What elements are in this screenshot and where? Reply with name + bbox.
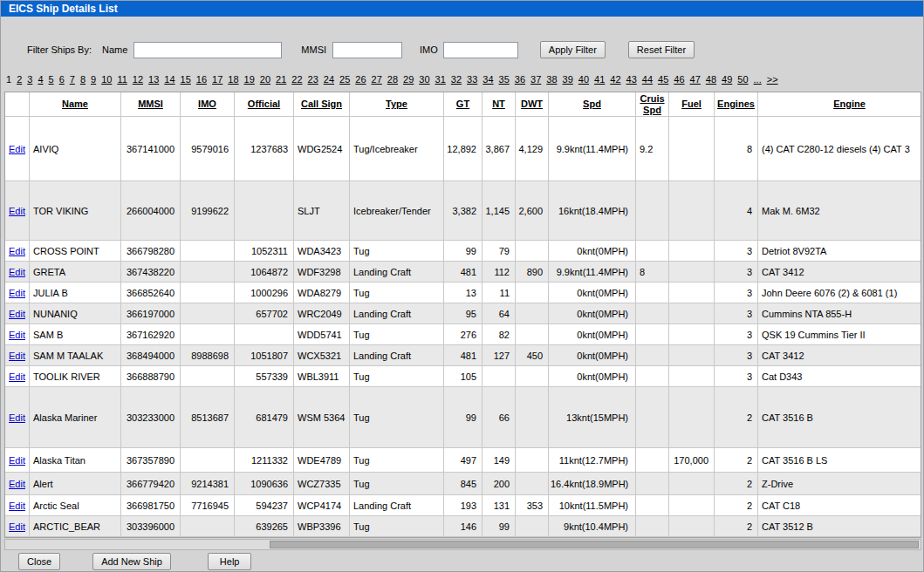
edit-link[interactable]: Edit	[9, 309, 25, 319]
edit-link[interactable]: Edit	[9, 500, 25, 511]
pagination-page-link[interactable]: 3	[27, 74, 32, 85]
cell-dwt	[516, 473, 549, 495]
cell-mmsi: 367438220	[121, 262, 181, 283]
pagination-page-link[interactable]: 39	[563, 74, 573, 85]
pagination-page-link[interactable]: 8	[80, 74, 86, 85]
pagination-page-link[interactable]: 35	[499, 74, 510, 85]
help-button[interactable]: Help	[208, 553, 252, 570]
pagination-page-link[interactable]: 18	[228, 74, 238, 85]
sort-link-engines[interactable]: Engines	[717, 99, 755, 109]
close-button[interactable]: Close	[18, 553, 60, 570]
reset-filter-button[interactable]: Reset Filter	[628, 41, 695, 58]
pagination-page-link[interactable]: 23	[308, 74, 318, 85]
pagination-page-link[interactable]: 40	[578, 74, 589, 85]
sort-link-spd[interactable]: Spd	[583, 99, 601, 109]
imo-filter-input[interactable]	[443, 42, 518, 58]
edit-link[interactable]: Edit	[9, 267, 25, 277]
add-new-ship-button[interactable]: Add New Ship	[92, 553, 171, 570]
name-filter-input[interactable]	[133, 42, 282, 58]
sort-link-dwt[interactable]: DWT	[521, 99, 543, 109]
scrollbar-thumb[interactable]	[270, 541, 919, 548]
pagination-page-link[interactable]: 30	[419, 74, 429, 85]
pagination-page-link[interactable]: 25	[339, 74, 350, 85]
pagination-page-link[interactable]: 22	[291, 74, 302, 85]
sort-link-nt[interactable]: NT	[492, 99, 505, 109]
pagination-page-link[interactable]: 10	[101, 74, 112, 85]
sort-link-cruis_spd[interactable]: Cruis Spd	[640, 93, 664, 115]
pagination-page-link[interactable]: 50	[737, 74, 748, 85]
edit-link[interactable]: Edit	[9, 144, 25, 154]
apply-filter-button[interactable]: Apply Filter	[540, 41, 606, 58]
sort-link-gt[interactable]: GT	[456, 99, 469, 109]
pagination-page-link[interactable]: 5	[49, 74, 54, 85]
pagination-page-link[interactable]: 16	[196, 74, 207, 85]
sort-link-mmsi[interactable]: MMSI	[138, 99, 163, 109]
edit-link[interactable]: Edit	[9, 351, 25, 361]
pagination-ellipsis-link[interactable]: ...	[754, 74, 762, 85]
cell-call_sign: WCP4174	[294, 495, 350, 516]
pagination-page-link[interactable]: 21	[276, 74, 286, 85]
pagination-page-link[interactable]: 29	[403, 74, 414, 85]
pagination-page-link[interactable]: 45	[658, 74, 668, 85]
pagination-page-link[interactable]: 43	[626, 74, 637, 85]
pagination-page-link[interactable]: 33	[467, 74, 477, 85]
horizontal-scrollbar[interactable]	[4, 539, 921, 550]
pagination-page-link[interactable]: 26	[355, 74, 366, 85]
cell-type: Tug	[350, 387, 444, 448]
pagination-page-link[interactable]: 17	[212, 74, 222, 85]
pagination-page-link[interactable]: 37	[530, 74, 541, 85]
edit-link[interactable]: Edit	[9, 521, 25, 532]
edit-link[interactable]: Edit	[9, 288, 25, 298]
pagination-page-link[interactable]: 49	[722, 74, 732, 85]
cell-fuel	[669, 303, 715, 324]
pagination-page-link[interactable]: 12	[133, 74, 143, 85]
pagination-page-link[interactable]: 13	[148, 74, 159, 85]
sort-link-engine[interactable]: Engine	[833, 99, 866, 109]
sort-link-imo[interactable]: IMO	[198, 99, 216, 109]
pagination-page-link[interactable]: 34	[483, 74, 493, 85]
edit-link[interactable]: Edit	[9, 330, 25, 340]
pagination-page-link[interactable]: 47	[690, 74, 701, 85]
pagination-page-link[interactable]: 38	[546, 74, 557, 85]
sort-link-fuel[interactable]: Fuel	[681, 99, 702, 109]
pagination-page-link[interactable]: 42	[610, 74, 620, 85]
pagination-page-link[interactable]: 36	[515, 74, 525, 85]
pagination-page-link[interactable]: 7	[70, 74, 75, 85]
pagination-page-link[interactable]: 6	[59, 74, 65, 85]
edit-link[interactable]: Edit	[9, 246, 25, 256]
edit-link[interactable]: Edit	[9, 479, 25, 489]
page-current: 1	[6, 74, 11, 85]
pagination-page-link[interactable]: 20	[260, 74, 270, 85]
sort-link-official[interactable]: Official	[248, 99, 280, 109]
pagination-page-link[interactable]: 44	[642, 74, 653, 85]
pagination-next-link[interactable]: >>	[767, 74, 778, 85]
edit-link[interactable]: Edit	[9, 412, 25, 423]
sort-link-call_sign[interactable]: Call Sign	[301, 99, 342, 109]
pagination-page-link[interactable]: 14	[164, 74, 175, 85]
pagination-page-link[interactable]: 24	[324, 74, 334, 85]
cell-cruis_spd	[636, 303, 669, 324]
pagination-page-link[interactable]: 9	[91, 74, 96, 85]
pagination-page-link[interactable]: 32	[451, 74, 462, 85]
pagination-page-link[interactable]: 41	[594, 74, 605, 85]
pagination-page-link[interactable]: 48	[706, 74, 716, 85]
pagination-page-link[interactable]: 19	[244, 74, 255, 85]
pagination-page-link[interactable]: 4	[38, 74, 43, 85]
sort-link-type[interactable]: Type	[386, 99, 407, 109]
sort-link-name[interactable]: Name	[62, 99, 88, 109]
edit-link[interactable]: Edit	[9, 455, 25, 466]
pagination-page-link[interactable]: 11	[117, 74, 127, 85]
cell-dwt: 2,600	[516, 181, 549, 241]
cell-nt: 200	[483, 473, 516, 495]
pagination-page-link[interactable]: 28	[387, 74, 398, 85]
edit-link[interactable]: Edit	[9, 371, 25, 382]
pagination-page-link[interactable]: 27	[372, 74, 382, 85]
cell-imo	[181, 366, 235, 387]
pagination-page-link[interactable]: 15	[181, 74, 191, 85]
cell-mmsi: 367162920	[121, 324, 181, 345]
pagination-page-link[interactable]: 2	[17, 74, 22, 85]
pagination-page-link[interactable]: 46	[674, 74, 684, 85]
mmsi-filter-input[interactable]	[332, 42, 402, 58]
edit-link[interactable]: Edit	[9, 206, 25, 216]
pagination-page-link[interactable]: 31	[435, 74, 446, 85]
